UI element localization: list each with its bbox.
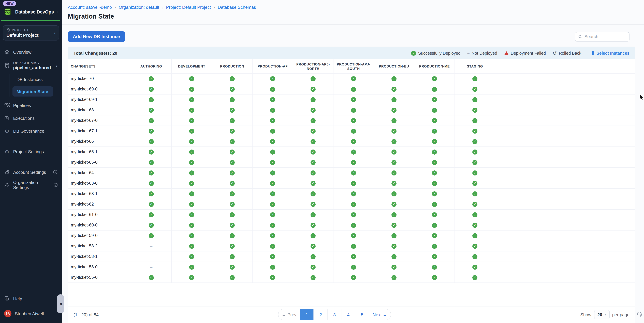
status-cell-success: ✓ xyxy=(252,95,293,105)
success-check-icon: ✓ xyxy=(189,191,194,196)
status-cell-success: ✓ xyxy=(293,105,334,115)
status-cell-success: ✓ xyxy=(252,74,293,84)
breadcrumb-project[interactable]: Project: Default Project xyxy=(166,5,211,10)
prev-page-button[interactable]: ← Prev xyxy=(278,309,300,320)
legend-deployment-failed: Deployment Failed xyxy=(504,51,546,56)
success-check-icon: ✓ xyxy=(149,87,154,92)
sidebar-item-organization-settings[interactable]: Organization Settings xyxy=(0,180,62,190)
sidebar-item-db-schemas[interactable]: DB SCHEMAS pipeline_authored › xyxy=(0,59,62,72)
status-cell-success: ✓ xyxy=(131,272,172,282)
status-cell-success: ✓ xyxy=(414,136,455,146)
sidebar-item-db-governance[interactable]: ⚙ DB Governance xyxy=(0,126,62,136)
status-cell-success: ✓ xyxy=(212,126,252,136)
table-summary-band: Total Changesets: 20 ✓ Successfully Depl… xyxy=(68,47,635,59)
status-cell-success: ✓ xyxy=(172,220,212,230)
table-row: my-ticket-66✓✓✓✓✓✓✓✓✓ xyxy=(68,136,635,147)
sidebar-item-db-instances[interactable]: DB Instances xyxy=(12,74,53,84)
status-cell-success: ✓ xyxy=(172,210,212,220)
status-cell-success: ✓ xyxy=(252,168,293,178)
status-cell-success: ✓ xyxy=(172,157,212,167)
status-cell-success: ✓ xyxy=(374,251,414,261)
add-new-db-instance-button[interactable]: Add New DB Instance xyxy=(68,31,125,42)
search-input[interactable] xyxy=(584,34,626,39)
help-button[interactable]: ? Help xyxy=(0,293,62,304)
status-cell-success: ✓ xyxy=(374,178,414,188)
table-row: my-ticket-59-0✓✓✓✓✓✓✓✓✓ xyxy=(68,230,635,241)
status-cell-success: ✓ xyxy=(172,178,212,188)
success-check-icon: ✓ xyxy=(392,76,396,81)
sidebar-item-project-settings[interactable]: ⚙ Project Settings xyxy=(0,146,62,157)
next-page-button[interactable]: Next → xyxy=(369,309,390,320)
status-cell-success: ✓ xyxy=(374,220,414,230)
warning-triangle-icon xyxy=(504,51,509,55)
status-cell-success: ✓ xyxy=(374,126,414,136)
success-check-icon: ✓ xyxy=(270,160,275,165)
migration-table-card: Total Changesets: 20 ✓ Successfully Depl… xyxy=(68,47,635,323)
status-cell-success: ✓ xyxy=(212,74,252,84)
sidebar-item-pipelines[interactable]: Pipelines xyxy=(0,100,62,111)
search-box[interactable] xyxy=(575,32,630,41)
status-cell-success: ✓ xyxy=(455,262,495,272)
support-headset-icon[interactable] xyxy=(636,311,643,317)
success-check-icon: ✓ xyxy=(189,149,194,154)
success-check-icon: ✓ xyxy=(432,170,437,175)
success-check-icon: ✓ xyxy=(230,243,235,249)
status-cell-success: ✓ xyxy=(414,272,455,282)
status-cell-success: ✓ xyxy=(212,84,252,94)
status-cell-success: ✓ xyxy=(252,189,293,199)
apps-grid-icon[interactable] xyxy=(57,9,58,15)
page-button-4[interactable]: 4 xyxy=(342,309,356,320)
success-check-icon: ✓ xyxy=(351,139,356,144)
sidebar-collapse-handle[interactable]: ◀ xyxy=(57,294,64,313)
breadcrumb: Account: satwell-demo › Organization: de… xyxy=(68,5,635,10)
success-check-icon: ✓ xyxy=(310,275,316,280)
rollback-arrow-icon: ↺ xyxy=(553,51,557,56)
sidebar-item-label: Project Settings xyxy=(13,149,44,154)
page-button-5[interactable]: 5 xyxy=(356,309,369,320)
sidebar-item-migration-state[interactable]: Migration State xyxy=(12,86,53,97)
select-instances-button[interactable]: Select Instances xyxy=(591,51,630,56)
project-selector[interactable]: PROJECT Default Project › xyxy=(3,25,59,41)
project-name: Default Project xyxy=(6,33,54,38)
new-badge: NEW xyxy=(3,1,16,6)
page-title: Migration State xyxy=(68,13,635,20)
status-cell-success: ✓ xyxy=(212,262,252,272)
success-check-icon: ✓ xyxy=(310,254,316,259)
success-check-icon: ✓ xyxy=(432,128,437,134)
changeset-name: my-ticket-64 xyxy=(68,168,131,178)
status-cell-success: ✓ xyxy=(374,272,414,282)
success-check-icon: ✓ xyxy=(230,170,235,175)
main-content: Account: satwell-demo › Organization: de… xyxy=(62,0,644,323)
success-check-icon: ✓ xyxy=(472,76,478,81)
page-button-2[interactable]: 2 xyxy=(314,309,328,320)
sidebar-item-executions[interactable]: Executions xyxy=(0,113,62,124)
success-check-icon: ✓ xyxy=(351,118,356,123)
success-check-icon: ✓ xyxy=(472,212,478,217)
success-check-icon: ✓ xyxy=(270,170,275,175)
status-cell-success: ✓ xyxy=(172,74,212,84)
sidebar-item-account-settings[interactable]: Account Settings xyxy=(0,167,62,178)
user-menu[interactable]: SA Stephen Atwell xyxy=(0,308,62,319)
status-cell-success: ✓ xyxy=(293,251,334,261)
status-cell-success: ✓ xyxy=(414,178,455,188)
status-cell-success: ✓ xyxy=(293,136,334,146)
success-check-icon: ✓ xyxy=(310,108,316,113)
success-check-icon: ✓ xyxy=(149,97,154,102)
success-check-icon: ✓ xyxy=(230,202,235,207)
changeset-name: my-ticket-67-0 xyxy=(68,115,131,126)
breadcrumb-organization[interactable]: Organization: default xyxy=(119,5,159,10)
success-check-icon: ✓ xyxy=(351,223,356,228)
success-check-icon: ✓ xyxy=(189,233,194,238)
sidebar-item-overview[interactable]: Overview xyxy=(0,47,62,57)
breadcrumb-account[interactable]: Account: satwell-demo xyxy=(68,5,112,10)
page-button-3[interactable]: 3 xyxy=(328,309,342,320)
changeset-name: my-ticket-65-0 xyxy=(68,157,131,167)
success-check-icon: ✓ xyxy=(432,223,437,228)
page-size-select[interactable]: 20 ▾ xyxy=(594,310,610,319)
success-check-icon: ✓ xyxy=(149,191,154,196)
status-cell-success: ✓ xyxy=(131,126,172,136)
status-cell-success: ✓ xyxy=(293,74,334,84)
status-cell-success: ✓ xyxy=(455,147,495,157)
page-button-1[interactable]: 1 xyxy=(300,309,314,320)
breadcrumb-database-schemas[interactable]: Database Schemas xyxy=(218,5,256,10)
